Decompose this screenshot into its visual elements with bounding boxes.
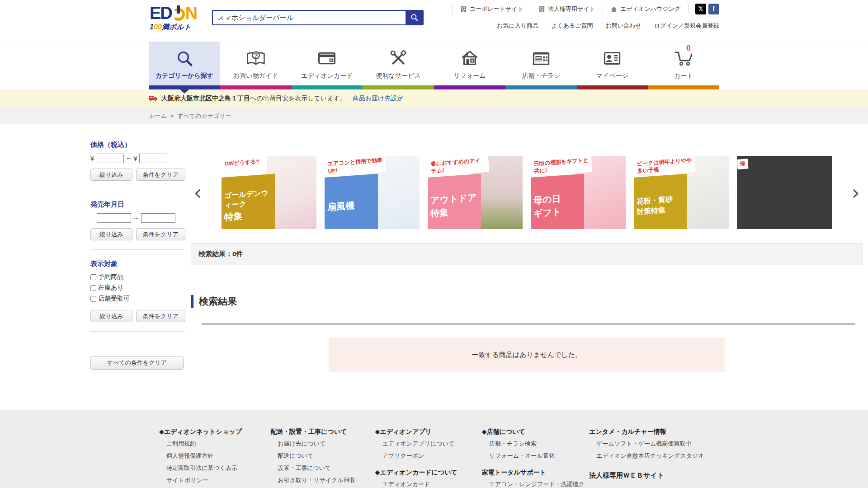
target-filter-button[interactable]: 絞り込み xyxy=(90,310,132,322)
utility-links: コーポレートサイト 法人様専用サイト エディオンハウジング 𝕏 f xyxy=(453,4,719,14)
results-scrollbar[interactable] xyxy=(202,323,855,325)
credit-card-icon xyxy=(317,49,337,67)
page-footer: ◆エディオンネットショップ ご利用規約 個人情報保護方針 特定商取引法に基づく表… xyxy=(0,410,868,488)
store-icon xyxy=(531,49,551,67)
release-filter-button[interactable]: 絞り込み xyxy=(90,228,132,240)
housing-link[interactable]: エディオンハウジング xyxy=(603,4,688,14)
carousel-prev-button[interactable]: ‹ xyxy=(193,182,202,203)
carousel-viewport: GWどうする? ゴールデンウィーク特集 エアコンと併用で効率UP! 扇風機 xyxy=(222,156,832,229)
account-links: お気に入り商品 よくあるご質問 お問い合わせ ログイン／新規会員登録 xyxy=(497,22,719,30)
login-register-link[interactable]: ログイン／新規会員登録 xyxy=(654,22,719,30)
filter-sidebar: 価格（税込） ¥ ～ ¥ 絞り込み 条件をクリア 発売年月日 ～ 絞り込み 条件… xyxy=(90,141,185,372)
banner-pollen[interactable]: ピークは例年よりやや多い予報 花粉・黄砂対策特集 xyxy=(634,156,729,229)
price-min-input[interactable] xyxy=(96,154,124,163)
footer-link[interactable]: アプリクーポン xyxy=(375,452,482,460)
x-twitter-icon[interactable]: 𝕏 xyxy=(695,4,706,14)
checkbox-in-stock[interactable]: 在庫あり xyxy=(90,284,185,292)
b2b-site-link[interactable]: 法人様専用サイト xyxy=(531,4,603,14)
footer-link[interactable]: 個人情報保護方針 xyxy=(159,452,270,460)
nav-item-category-search[interactable]: カテゴリーから探す xyxy=(149,42,220,89)
footer-link[interactable]: エディオンアプリについて xyxy=(375,440,482,448)
b2b-web-site-link[interactable]: 法人様専用ＷＥＢサイト xyxy=(589,471,719,480)
banner-partial[interactable]: 帰 xyxy=(737,156,832,229)
checkbox-preorder[interactable]: 予約商品 xyxy=(90,273,185,281)
search-input[interactable] xyxy=(212,10,406,25)
active-tab-pointer xyxy=(179,89,189,94)
no-results-message-box: 一致する商品はありませんでした。 xyxy=(329,338,725,372)
result-count-bar: 検索結果：0件 xyxy=(191,243,863,265)
clear-all-filters-button[interactable]: すべての条件をクリア xyxy=(90,356,184,370)
edion-logo[interactable]: ED N 100満ボルト xyxy=(150,4,197,32)
footer-link[interactable]: ゲームソフト・ゲーム機高価買取中 xyxy=(589,440,719,448)
promo-carousel: ‹ GWどうする? ゴールデンウィーク特集 エアコンと併用で効率UP! xyxy=(191,156,863,229)
nav-item-shopping-guide[interactable]: ? お買い物ガイド xyxy=(220,42,292,89)
search-icon xyxy=(410,13,419,22)
banner-mothers-day[interactable]: 日頃の感謝をギフトと共に! 母の日ギフト xyxy=(531,156,626,229)
price-filter-title: 価格（税込） xyxy=(90,141,185,149)
footer-column-netshop: ◆エディオンネットショップ ご利用規約 個人情報保護方針 特定商取引法に基づく表… xyxy=(159,428,270,488)
contact-link[interactable]: お問い合わせ xyxy=(606,22,642,30)
favorites-link[interactable]: お気に入り商品 xyxy=(497,22,538,30)
preorder-checkbox[interactable] xyxy=(90,274,96,280)
price-max-input[interactable] xyxy=(139,154,167,163)
search-button[interactable] xyxy=(406,10,424,25)
footer-link[interactable]: エディオン倉敷本店クッキングスタジオ xyxy=(589,452,719,460)
logo-100-volt: 100満ボルト xyxy=(150,23,197,32)
footer-link[interactable]: 配送について xyxy=(270,452,375,460)
nav-item-cart[interactable]: 0 カート xyxy=(648,42,719,89)
banner-outdoor[interactable]: 春におすすめのアイテム! アウトドア特集 xyxy=(428,156,523,229)
nav-item-stores[interactable]: 店舗・チラシ xyxy=(505,42,577,89)
footer-link[interactable]: 特定商取引法に基づく表示 xyxy=(159,464,270,473)
target-clear-button[interactable]: 条件をクリア xyxy=(136,310,185,322)
release-date-to-input[interactable] xyxy=(141,213,175,223)
banner-fans[interactable]: エアコンと併用で効率UP! 扇風機 xyxy=(325,156,420,229)
nav-item-services[interactable]: 便利なサービス xyxy=(363,42,434,89)
nav-item-reform[interactable]: リフォーム xyxy=(434,42,505,89)
banner-golden-week[interactable]: GWどうする? ゴールデンウィーク特集 xyxy=(222,156,316,229)
power-icon xyxy=(172,4,185,22)
corporate-site-link[interactable]: コーポレートサイト xyxy=(453,4,531,14)
footer-column-entertainment: エンタメ・カルチャー情報 ゲームソフト・ゲーム機高価買取中 エディオン倉敷本店ク… xyxy=(589,428,719,488)
breadcrumb-home[interactable]: ホーム xyxy=(149,112,167,120)
main-nav: カテゴリーから探す ? お買い物ガイド xyxy=(0,42,868,89)
main-content: ‹ GWどうする? ゴールデンウィーク特集 エアコンと併用で効率UP! xyxy=(191,141,863,372)
footer-column-app-card: ◆エディオンアプリ エディオンアプリについて アプリクーポン ◆エディオンカード… xyxy=(375,428,482,488)
building-icon xyxy=(538,6,545,13)
checkbox-store-pickup[interactable]: 店舗受取可 xyxy=(90,295,185,303)
footer-link[interactable]: 設置・工事について xyxy=(270,464,375,473)
top-header: ED N 100満ボルト xyxy=(0,0,868,42)
footer-link[interactable]: 店舗・チラシ検索 xyxy=(482,440,589,448)
heading-accent-bar xyxy=(191,295,193,308)
price-clear-button[interactable]: 条件をクリア xyxy=(136,169,185,181)
carousel-next-button[interactable]: › xyxy=(852,182,860,203)
delivery-address-settings-link[interactable]: 商品お届け先設定 xyxy=(353,94,404,103)
footer-link[interactable]: サイトポリシー xyxy=(159,476,270,485)
delivery-truck-icon xyxy=(149,95,158,102)
footer-link[interactable]: ご利用規約 xyxy=(159,440,270,448)
in-stock-checkbox[interactable] xyxy=(90,285,96,291)
nav-item-edion-card[interactable]: エディオンカード xyxy=(292,42,363,89)
banner-photo xyxy=(737,156,832,229)
svg-text:?: ? xyxy=(254,52,258,59)
house-icon xyxy=(460,49,480,67)
footer-link[interactable]: エアコン・レンジフード・洗濯槽クリーニングサービス xyxy=(482,480,589,488)
tools-icon xyxy=(389,49,408,67)
footer-link[interactable]: エディオンカード xyxy=(375,480,482,488)
breadcrumb-separator: > xyxy=(170,113,174,119)
delivery-notice-bar: 大阪府大阪市北区中之島１丁目への出荷目安を表示しています。 商品お届け先設定 xyxy=(0,89,868,108)
footer-link[interactable]: お引き取り・リサイクル回収 xyxy=(270,476,375,485)
nav-item-mypage[interactable]: マイページ xyxy=(577,42,648,89)
footer-column-delivery: 配送・設置・工事について お届け先について 配送について 設置・工事について お… xyxy=(270,428,375,488)
results-section-head: 検索結果 xyxy=(191,295,863,308)
store-pickup-checkbox[interactable] xyxy=(90,296,96,302)
notice-text: 大阪府大阪市北区中之島１丁目への出荷目安を表示しています。 xyxy=(161,94,346,103)
footer-link[interactable]: お届け先について xyxy=(270,440,375,448)
price-filter-button[interactable]: 絞り込み xyxy=(90,169,132,181)
faq-link[interactable]: よくあるご質問 xyxy=(551,22,593,30)
release-date-from-input[interactable] xyxy=(97,213,131,223)
home-icon xyxy=(610,6,618,13)
facebook-icon[interactable]: f xyxy=(708,4,719,14)
display-target-title: 表示対象 xyxy=(90,260,185,268)
release-clear-button[interactable]: 条件をクリア xyxy=(136,228,185,240)
footer-link[interactable]: リフォーム・オール電化 xyxy=(482,452,589,460)
